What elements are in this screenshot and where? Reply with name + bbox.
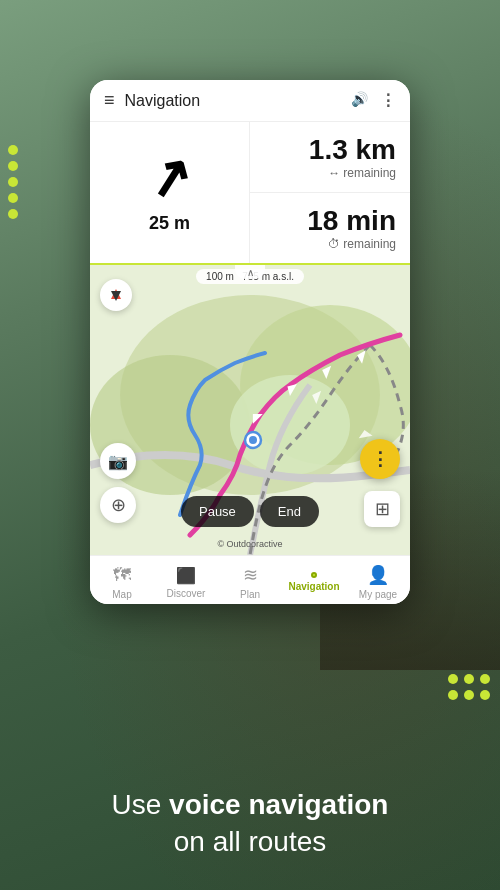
map-nav-icon: 🗺 — [113, 565, 131, 586]
location-icon: ⊕ — [111, 494, 126, 516]
nav-title: Navigation — [125, 92, 341, 110]
time-section: 18 min ⏱ remaining — [250, 193, 410, 263]
bottom-nav: 🗺 Map ⬛ Discover ≋ Plan Navigation 👤 My … — [90, 555, 410, 604]
distance-remaining-label: ↔ remaining — [328, 166, 396, 180]
layers-icon: ⊞ — [375, 498, 390, 520]
navigation-header: ≡ Navigation 🔊 ⋮ — [90, 80, 410, 122]
layers-button[interactable]: ⊞ — [364, 491, 400, 527]
camera-icon: 📷 — [108, 452, 128, 471]
plan-nav-icon: ≋ — [243, 564, 258, 586]
mypage-nav-icon: 👤 — [367, 564, 389, 586]
navigation-active-indicator — [311, 572, 317, 578]
time-remaining-label: ⏱ remaining — [328, 237, 396, 251]
location-button[interactable]: ⊕ — [100, 487, 136, 523]
discover-nav-icon: ⬛ — [176, 566, 196, 585]
nav-info-right: 1.3 km ↔ remaining 18 min ⏱ remaining — [250, 122, 410, 263]
discover-nav-label: Discover — [167, 588, 206, 599]
turn-arrow-icon: ↗ — [140, 148, 198, 208]
nav-item-discover[interactable]: ⬛ Discover — [160, 566, 212, 599]
nav-info-panel: ↗ 25 m 1.3 km ↔ remaining 18 min ⏱ remai… — [90, 122, 410, 265]
menu-icon[interactable]: ≡ — [104, 90, 115, 111]
bottom-headline-line2: on all routes — [30, 824, 470, 860]
bottom-text: Use voice navigation on all routes — [0, 787, 500, 860]
camera-button[interactable]: 📷 — [100, 443, 136, 479]
sound-icon[interactable]: 🔊 — [351, 91, 368, 110]
end-button[interactable]: End — [260, 496, 319, 527]
nav-item-plan[interactable]: ≋ Plan — [224, 564, 276, 600]
total-distance-value: 1.3 km — [309, 134, 396, 166]
phone-mockup: ≡ Navigation 🔊 ⋮ ↗ 25 m 1.3 km ↔ remaini… — [90, 80, 410, 604]
svg-point-10 — [249, 436, 257, 444]
compass[interactable] — [100, 279, 132, 311]
more-options-icon: ⋮ — [371, 448, 389, 470]
nav-item-navigation[interactable]: Navigation — [288, 572, 340, 592]
map-nav-label: Map — [112, 589, 131, 600]
time-icon: ⏱ — [328, 237, 340, 251]
plan-nav-label: Plan — [240, 589, 260, 600]
total-distance-section: 1.3 km ↔ remaining — [250, 122, 410, 193]
more-options-button[interactable]: ⋮ — [360, 439, 400, 479]
decoration-dots-right — [448, 674, 490, 700]
compass-needle — [110, 289, 122, 301]
distance-icon: ↔ — [328, 166, 340, 180]
pause-button[interactable]: Pause — [181, 496, 254, 527]
bold-text: voice navigation — [169, 789, 388, 820]
time-value: 18 min — [307, 205, 396, 237]
nav-item-mypage[interactable]: 👤 My page — [352, 564, 404, 600]
navigation-nav-label: Navigation — [288, 581, 339, 592]
distance-ahead: 25 m — [149, 213, 190, 234]
map-copyright: © Outdooractive — [217, 539, 282, 549]
nav-info-left: ↗ 25 m — [90, 122, 250, 263]
decoration-dots-left — [8, 145, 18, 219]
header-actions: 🔊 ⋮ — [351, 91, 396, 110]
more-options-icon[interactable]: ⋮ — [380, 91, 396, 110]
nav-item-map[interactable]: 🗺 Map — [96, 565, 148, 600]
collapse-arrow[interactable]: ∧ — [235, 265, 265, 279]
map-area[interactable]: ∧ — [90, 265, 410, 555]
mypage-nav-label: My page — [359, 589, 397, 600]
nav-controls: Pause End — [181, 496, 319, 527]
bottom-headline-line1: Use voice navigation — [30, 787, 470, 823]
